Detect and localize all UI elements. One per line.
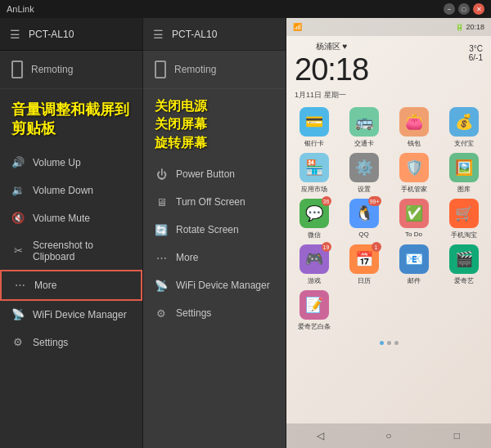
- app-icon-box: 📧: [399, 244, 429, 274]
- middle-item-more[interactable]: ⋯ More: [143, 244, 286, 271]
- app-emoji: 📝: [305, 296, 323, 314]
- middle-item-rotate[interactable]: 🔄 Rotate Screen: [143, 216, 286, 244]
- menu-item-settings[interactable]: ⚙ Settings: [0, 329, 142, 356]
- page-dot: [394, 341, 399, 345]
- app-label: 应用市场: [301, 185, 327, 194]
- app-icon-box: 👛: [399, 107, 429, 137]
- menu-item-screenshot[interactable]: ✂ Screenshot to Clipboard: [0, 232, 142, 270]
- volume-mute-icon: 🔇: [11, 212, 25, 225]
- power-icon: ⏻: [155, 168, 168, 181]
- right-annotation: 关闭电源关闭屏幕旋转屏幕: [143, 89, 286, 157]
- remoting-label: Remoting: [31, 64, 73, 75]
- list-item[interactable]: 🎮 19 游戏: [291, 244, 336, 285]
- maximize-button[interactable]: □: [458, 3, 470, 15]
- app-emoji: 👛: [405, 113, 423, 131]
- title-bar: AnLink − □ ✕: [0, 0, 491, 18]
- app-label: 日历: [358, 276, 371, 285]
- app-badge: 36: [322, 196, 331, 206]
- middle-item-screen-off[interactable]: 🖥 Turn Off Screen: [143, 188, 286, 216]
- app-icon-box: 🛒: [449, 199, 479, 228]
- middle-item-settings[interactable]: ⚙ Settings: [143, 299, 286, 327]
- volume-down-icon: 🔉: [11, 184, 25, 197]
- app-label: QQ: [358, 231, 368, 238]
- app-emoji: 🎬: [455, 250, 473, 268]
- close-button[interactable]: ✕: [473, 3, 484, 15]
- app-label: 交通卡: [354, 139, 374, 148]
- app-label: 支付宝: [454, 139, 474, 148]
- app-icon-box: 📝: [300, 290, 329, 320]
- middle-hamburger-icon[interactable]: ☰: [153, 28, 164, 41]
- app-icon-box: 🐧 99+: [349, 199, 379, 228]
- phone-screen-inner: 📶 🔋 20:18 杨浦区 ♥ 20:18 3°C 6/-1 1月11日 星期一: [286, 18, 491, 448]
- nav-home-button[interactable]: ○: [381, 428, 396, 443]
- list-item[interactable]: 🎬 爱奇艺: [441, 244, 486, 285]
- weather-temp: 3°C: [469, 44, 483, 53]
- menu-item-volume-up[interactable]: 🔊 Volume Up: [0, 149, 142, 177]
- weather-range: 6/-1: [469, 53, 483, 62]
- list-item[interactable]: 💳 银行卡: [291, 107, 336, 148]
- list-item[interactable]: 👛 钱包: [391, 107, 436, 148]
- app-label: 游戏: [308, 276, 321, 285]
- screenshot-label: Screenshot to Clipboard: [33, 240, 131, 262]
- list-item[interactable]: 🐧 99+ QQ: [341, 199, 386, 240]
- volume-up-icon: 🔊: [11, 156, 25, 169]
- middle-wifi-label: WiFi Device Manager: [176, 280, 270, 291]
- app-label: 爱奇艺: [454, 276, 474, 285]
- app-icon-box: 🎮 19: [300, 244, 329, 274]
- list-item[interactable]: 🛒 手机淘宝: [441, 199, 486, 240]
- sidebar-remoting: Remoting: [0, 51, 142, 89]
- list-item[interactable]: 🏪 应用市场: [291, 153, 336, 194]
- nav-back-button[interactable]: ◁: [313, 428, 328, 443]
- settings-icon: ⚙: [11, 336, 25, 349]
- middle-phone-icon: [155, 60, 166, 78]
- app-label: 手机管家: [401, 185, 427, 194]
- app-emoji: 🐧: [355, 204, 373, 222]
- phone-clock-area: 杨浦区 ♥ 20:18 3°C 6/-1: [286, 36, 491, 88]
- app-emoji: 🎮: [305, 250, 323, 268]
- phone-status-bar: 📶 🔋 20:18: [286, 18, 491, 36]
- menu-item-more[interactable]: ⋯ More: [0, 270, 142, 301]
- phone-screen: 📶 🔋 20:18 杨浦区 ♥ 20:18 3°C 6/-1 1月11日 星期一: [286, 18, 491, 448]
- middle-remoting-label: Remoting: [174, 64, 216, 75]
- app-label: To Do: [405, 231, 422, 238]
- list-item[interactable]: 🚌 交通卡: [341, 107, 386, 148]
- app-emoji: 💳: [305, 113, 323, 131]
- app-icon-box: 💬 36: [300, 199, 329, 228]
- list-item[interactable]: 🛡️ 手机管家: [391, 153, 436, 194]
- app-emoji: 🛒: [455, 204, 473, 222]
- app-label: 爱奇艺白条: [298, 322, 331, 331]
- menu-item-volume-down[interactable]: 🔉 Volume Down: [0, 177, 142, 204]
- hamburger-icon[interactable]: ☰: [10, 28, 20, 41]
- middle-item-wifi[interactable]: 📡 WiFi Device Manager: [143, 271, 286, 299]
- list-item[interactable]: 🖼️ 图库: [441, 153, 486, 194]
- wifi-manager-label: WiFi Device Manager: [33, 309, 127, 320]
- volume-down-label: Volume Down: [33, 185, 93, 196]
- app-emoji: 🛡️: [405, 159, 423, 177]
- menu-item-wifi-manager[interactable]: 📡 WiFi Device Manager: [0, 301, 142, 329]
- list-item[interactable]: 💬 36 微信: [291, 199, 336, 240]
- page-dots: [286, 338, 491, 348]
- list-item[interactable]: 📅 1 日历: [341, 244, 386, 285]
- app-grid: 💳 银行卡 🚌 交通卡 👛 钱包: [286, 101, 491, 338]
- list-item[interactable]: 📧 邮件: [391, 244, 436, 285]
- rotate-label: Rotate Screen: [176, 224, 239, 235]
- menu-item-volume-mute[interactable]: 🔇 Volume Mute: [0, 204, 142, 232]
- middle-panel: ☰ PCT-AL10 Remoting 关闭电源关闭屏幕旋转屏幕 ⏻ Power…: [143, 18, 286, 448]
- nav-recent-button[interactable]: □: [449, 428, 464, 443]
- sidebar-header: ☰ PCT-AL10: [0, 18, 142, 51]
- app-container: ☰ PCT-AL10 Remoting 音量调整和截屏到剪贴板 🔊 Volume…: [0, 18, 491, 448]
- left-annotation: 音量调整和截屏到剪贴板: [0, 89, 142, 146]
- app-icon-box: 🏪: [300, 153, 329, 182]
- middle-item-power[interactable]: ⏻ Power Button: [143, 160, 286, 188]
- app-icon-box: 💳: [300, 107, 329, 137]
- app-title: AnLink: [7, 4, 444, 14]
- volume-up-label: Volume Up: [33, 157, 81, 168]
- list-item[interactable]: 💰 支付宝: [441, 107, 486, 148]
- list-item[interactable]: 📝 爱奇艺白条: [291, 290, 336, 331]
- list-item[interactable]: ⚙️ 设置: [341, 153, 386, 194]
- list-item[interactable]: ✅ To Do: [391, 199, 436, 240]
- app-label: 银行卡: [304, 139, 324, 148]
- minimize-button[interactable]: −: [444, 3, 455, 15]
- phone-icon: [11, 60, 23, 78]
- app-emoji: 💰: [455, 113, 473, 131]
